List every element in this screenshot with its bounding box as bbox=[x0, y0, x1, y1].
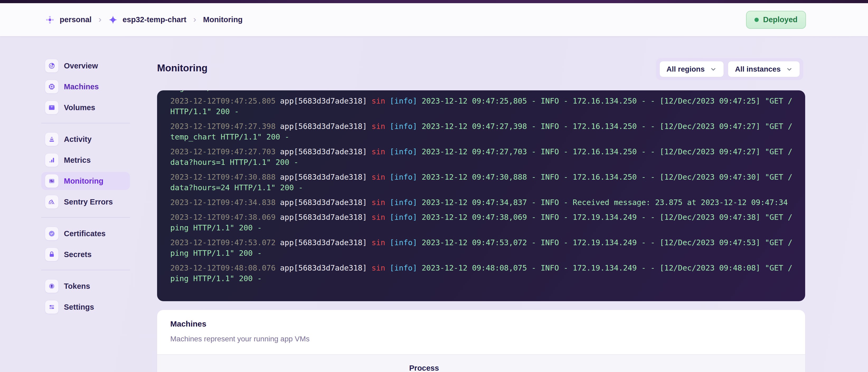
sidebar-item-label: Tokens bbox=[64, 282, 90, 291]
log-app-instance: app[5683d3d7ade318] bbox=[280, 96, 367, 106]
log-level: [info] bbox=[390, 122, 417, 131]
app-header: personal › esp32-temp-chart › Monitoring… bbox=[0, 3, 868, 36]
sidebar-item-label: Secrets bbox=[64, 250, 92, 259]
app-sparkle-icon bbox=[108, 15, 118, 25]
log-line: 2023-12-12T09:47:30.888app[5683d3d7ade31… bbox=[170, 172, 793, 193]
sidebar-divider bbox=[41, 217, 130, 218]
log-app-instance: app[5683d3d7ade318] bbox=[280, 122, 367, 131]
breadcrumb-page-label: Monitoring bbox=[203, 15, 243, 24]
sidebar-divider bbox=[41, 123, 130, 123]
log-region: sin bbox=[371, 147, 385, 156]
sidebar-item-label: Machines bbox=[64, 82, 99, 91]
org-avatar-icon bbox=[45, 15, 55, 25]
sidebar-item-label: Monitoring bbox=[64, 177, 103, 185]
log-region: sin bbox=[371, 238, 385, 247]
breadcrumb-org[interactable]: personal bbox=[45, 15, 92, 25]
sidebar-item-tokens[interactable]: Tokens bbox=[41, 277, 130, 295]
machines-table-header-process: Process bbox=[409, 364, 439, 372]
sidebar-item-machines[interactable]: Machines bbox=[41, 78, 130, 96]
breadcrumb-app[interactable]: esp32-temp-chart bbox=[108, 15, 186, 25]
breadcrumb-page[interactable]: Monitoring bbox=[203, 15, 243, 24]
log-line: 2023-12-12T09:47:38.069app[5683d3d7ade31… bbox=[170, 212, 793, 233]
breadcrumb-app-label: esp32-temp-chart bbox=[123, 15, 186, 24]
box-icon bbox=[45, 101, 59, 114]
log-level: [info] bbox=[390, 198, 417, 207]
log-timestamp: 2023-12-12T09:47:27.703 bbox=[170, 147, 276, 156]
sidebar-nav: Overview Machines Volumes bbox=[41, 57, 130, 319]
sidebar-item-settings[interactable]: Settings bbox=[41, 298, 130, 316]
log-timestamp: 2023-12-12T09:48:08.076 bbox=[170, 263, 276, 273]
status-dot-icon bbox=[754, 18, 759, 22]
log-region: sin bbox=[371, 173, 385, 181]
breadcrumb-separator: › bbox=[193, 14, 196, 24]
sidebar-item-certificates[interactable]: Certificates bbox=[41, 225, 130, 242]
settings-sliders-icon bbox=[45, 300, 59, 314]
log-level: [info] bbox=[390, 96, 417, 106]
log-level: [info] bbox=[390, 147, 417, 156]
breadcrumb-org-label: personal bbox=[60, 15, 92, 24]
machines-card-title: Machines bbox=[170, 319, 792, 328]
page-body: Overview Machines Volumes bbox=[0, 36, 868, 372]
log-region: sin bbox=[371, 198, 385, 207]
sidebar-item-activity[interactable]: Activity bbox=[41, 130, 130, 148]
sidebar-item-label: Metrics bbox=[64, 156, 91, 165]
log-console[interactable]: ing HTTP/1.1" 200 - 2023-12-12T09:47:25.… bbox=[157, 90, 805, 301]
keyhole-icon bbox=[45, 279, 59, 293]
status-badge-label: Deployed bbox=[763, 15, 798, 24]
sentry-icon bbox=[45, 195, 59, 209]
log-app-instance: app[5683d3d7ade318] bbox=[280, 213, 367, 222]
sidebar-item-volumes[interactable]: Volumes bbox=[41, 98, 130, 116]
bar-chart-icon bbox=[45, 153, 59, 167]
log-timestamp: 2023-12-12T09:47:30.888 bbox=[170, 173, 276, 181]
lock-icon bbox=[45, 248, 59, 261]
sidebar-item-metrics[interactable]: Metrics bbox=[41, 151, 130, 169]
log-region: sin bbox=[371, 122, 385, 131]
chevron-down-icon bbox=[710, 66, 717, 73]
breadcrumb-separator: › bbox=[98, 14, 101, 24]
window-top-strip bbox=[0, 0, 868, 3]
log-level: [info] bbox=[390, 213, 417, 222]
log-timestamp: 2023-12-12T09:47:38.069 bbox=[170, 213, 276, 222]
waveform-icon bbox=[45, 174, 59, 188]
log-line: 2023-12-12T09:47:25.805app[5683d3d7ade31… bbox=[170, 96, 793, 117]
chevron-down-icon bbox=[786, 66, 793, 73]
log-line: 2023-12-12T09:47:27.398app[5683d3d7ade31… bbox=[170, 121, 793, 142]
log-timestamp: 2023-12-12T09:47:27.398 bbox=[170, 122, 276, 131]
log-line: 2023-12-12T09:47:27.703app[5683d3d7ade31… bbox=[170, 146, 793, 168]
sidebar-item-label: Certificates bbox=[64, 229, 105, 238]
sidebar-item-label: Settings bbox=[64, 303, 94, 312]
log-level: [info] bbox=[390, 173, 417, 181]
machines-card-subtitle: Machines represent your running app VMs bbox=[170, 335, 792, 343]
log-level: [info] bbox=[390, 238, 417, 247]
sidebar-item-overview[interactable]: Overview bbox=[41, 57, 130, 75]
instance-filter-dropdown[interactable]: All instances bbox=[728, 61, 800, 77]
activity-stack-icon bbox=[45, 132, 59, 146]
log-timestamp: 2023-12-12T09:47:34.838 bbox=[170, 198, 276, 207]
machines-table-header-row: Process bbox=[157, 355, 805, 372]
log-app-instance: app[5683d3d7ade318] bbox=[280, 147, 367, 156]
log-level: [info] bbox=[390, 263, 417, 273]
sidebar-item-monitoring[interactable]: Monitoring bbox=[41, 172, 130, 190]
log-line: 2023-12-12T09:47:53.072app[5683d3d7ade31… bbox=[170, 237, 793, 258]
breadcrumb: personal › esp32-temp-chart › Monitoring bbox=[45, 15, 243, 25]
sidebar-item-secrets[interactable]: Secrets bbox=[41, 246, 130, 263]
log-region: sin bbox=[371, 96, 385, 106]
log-app-instance: app[5683d3d7ade318] bbox=[280, 173, 367, 181]
log-region: sin bbox=[371, 263, 385, 273]
cpu-chip-icon bbox=[45, 80, 59, 93]
sidebar-item-sentry-errors[interactable]: Sentry Errors bbox=[41, 193, 130, 211]
sidebar-divider bbox=[41, 270, 130, 270]
region-filter-dropdown[interactable]: All regions bbox=[659, 61, 724, 77]
sidebar-item-label: Overview bbox=[64, 62, 98, 70]
log-app-instance: app[5683d3d7ade318] bbox=[280, 238, 367, 247]
region-filter-value: All regions bbox=[666, 65, 705, 74]
status-badge[interactable]: Deployed bbox=[746, 11, 806, 29]
instance-filter-value: All instances bbox=[735, 65, 781, 74]
log-filters: All regions All instances bbox=[656, 58, 803, 80]
log-app-instance: app[5683d3d7ade318] bbox=[280, 198, 367, 207]
sidebar-item-label: Activity bbox=[64, 135, 92, 144]
overview-gauge-icon bbox=[45, 59, 59, 73]
sidebar-item-label: Sentry Errors bbox=[64, 198, 113, 206]
page-title: Monitoring bbox=[157, 63, 208, 74]
log-line: 2023-12-12T09:48:08.076app[5683d3d7ade31… bbox=[170, 263, 793, 284]
